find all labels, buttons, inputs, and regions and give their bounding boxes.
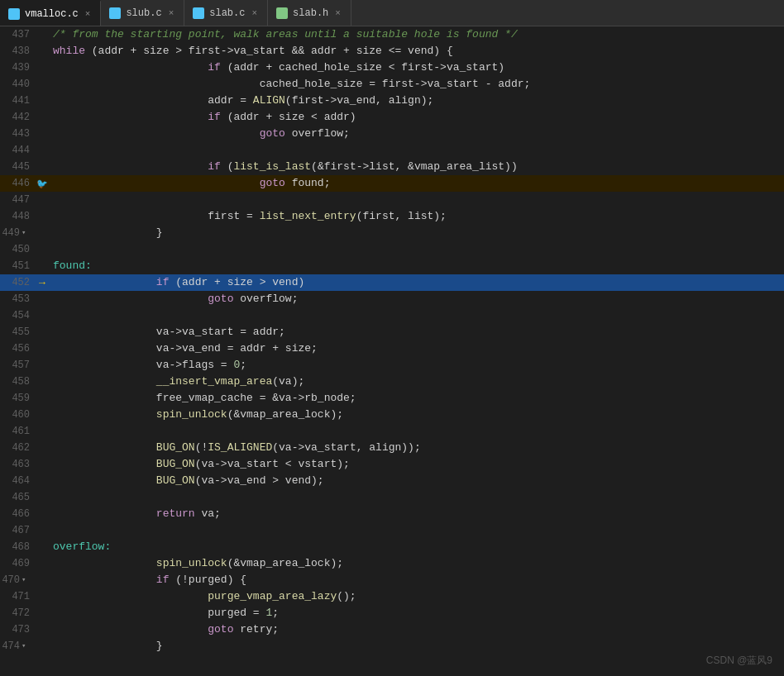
tab-icon-slabh (276, 7, 288, 19)
code-439: if (addr + cached_hole_size < first->va_… (50, 60, 784, 76)
marker-453 (35, 291, 50, 307)
tab-close-vmalloc[interactable]: × (84, 9, 93, 19)
marker-441 (35, 93, 50, 109)
line-number-446: 446 (0, 175, 35, 192)
marker-454 (35, 307, 50, 324)
line-462: 462 BUG_ON(!IS_ALIGNED(va->va_start, ali… (0, 440, 784, 456)
marker-442 (35, 109, 50, 126)
line-number-465: 465 (0, 489, 35, 506)
tab-icon-vmalloc (8, 8, 20, 20)
line-number-467: 467 (0, 522, 35, 539)
marker-447 (35, 192, 50, 208)
tab-slabh[interactable]: slab.h× (268, 0, 351, 26)
line-459: 459 free_vmap_cache = &va->rb_node; (0, 390, 784, 407)
tab-label-slub: slub.c (126, 7, 161, 19)
line-number-462: 462 (0, 440, 35, 456)
code-438: while (addr + size > first->va_start && … (50, 43, 784, 60)
marker-449 (35, 225, 50, 241)
line-number-474: 474▾ (0, 638, 35, 655)
line-470: 470▾ if (!purged) { (0, 572, 784, 588)
marker-474 (35, 638, 50, 655)
line-number-453: 453 (0, 291, 35, 307)
marker-469 (35, 555, 50, 572)
line-453: 453 goto overflow; (0, 291, 784, 307)
line-number-451: 451 (0, 258, 35, 274)
tab-label-slab: slab.c (209, 7, 245, 19)
line-472: 472 purged = 1; (0, 605, 784, 621)
fold-icon-449[interactable]: ▾ (22, 229, 30, 237)
tab-bar: vmalloc.c×slub.c×slab.c×slab.h× (0, 0, 784, 26)
line-number-454: 454 (0, 307, 35, 324)
line-445: 445 if (list_is_last(&first->list, &vmap… (0, 159, 784, 175)
code-473: goto retry; (50, 621, 784, 638)
tab-close-slabh[interactable]: × (333, 8, 342, 18)
line-number-444: 444 (0, 142, 35, 159)
code-474: } (50, 638, 784, 655)
tab-vmalloc[interactable]: vmalloc.c× (0, 0, 101, 26)
marker-439 (35, 60, 50, 76)
code-458: __insert_vmap_area(va); (50, 374, 784, 390)
line-464: 464 BUG_ON(va->va_end > vend); (0, 473, 784, 489)
marker-440 (35, 76, 50, 93)
marker-458 (35, 374, 50, 390)
line-471: 471 purge_vmap_area_lazy(); (0, 588, 784, 605)
line-454: 454 (0, 307, 784, 324)
line-449: 449▾ } (0, 225, 784, 241)
tab-slab[interactable]: slab.c× (184, 0, 268, 26)
code-469: spin_unlock(&vmap_area_lock); (50, 555, 784, 572)
code-468: overflow: (50, 539, 784, 555)
line-number-469: 469 (0, 555, 35, 572)
marker-473 (35, 621, 50, 638)
line-443: 443 goto overflow; (0, 126, 784, 142)
line-468: 468overflow: (0, 539, 784, 555)
tab-close-slab[interactable]: × (250, 8, 259, 18)
line-number-463: 463 (0, 456, 35, 473)
code-465 (50, 489, 784, 506)
marker-465 (35, 489, 50, 506)
editor: 437/* from the starting point, walk area… (0, 26, 784, 676)
fold-icon-470[interactable]: ▾ (22, 576, 30, 584)
code-471: purge_vmap_area_lazy(); (50, 588, 784, 605)
line-456: 456 va->va_end = addr + size; (0, 340, 784, 357)
line-474: 474▾ } (0, 638, 784, 655)
line-number-455: 455 (0, 324, 35, 340)
line-number-440: 440 (0, 76, 35, 93)
code-449: } (50, 225, 784, 241)
line-number-461: 461 (0, 423, 35, 440)
code-444 (50, 142, 784, 159)
marker-472 (35, 605, 50, 621)
code-450 (50, 241, 784, 258)
code-457: va->flags = 0; (50, 357, 784, 374)
line-number-472: 472 (0, 605, 35, 621)
watermark: CSDN @蓝风9 (706, 654, 772, 668)
arrow-marker-452: → (35, 274, 50, 291)
line-447: 447 (0, 192, 784, 208)
line-number-464: 464 (0, 473, 35, 489)
code-area[interactable]: 437/* from the starting point, walk area… (0, 26, 784, 676)
line-461: 461 (0, 423, 784, 440)
fold-icon-474[interactable]: ▾ (22, 642, 30, 650)
code-464: BUG_ON(va->va_end > vend); (50, 473, 784, 489)
line-463: 463 BUG_ON(va->va_start < vstart); (0, 456, 784, 473)
marker-444 (35, 142, 50, 159)
marker-464 (35, 473, 50, 489)
line-437: 437/* from the starting point, walk area… (0, 26, 784, 43)
marker-445 (35, 159, 50, 175)
marker-459 (35, 390, 50, 407)
marker-470 (35, 572, 50, 588)
line-number-460: 460 (0, 407, 35, 423)
tab-close-slub[interactable]: × (167, 8, 176, 18)
code-463: BUG_ON(va->va_start < vstart); (50, 456, 784, 473)
line-442: 442 if (addr + size < addr) (0, 109, 784, 126)
tab-label-vmalloc: vmalloc.c (25, 8, 79, 20)
bird-marker-446: 🐦 (35, 175, 50, 192)
tab-slub[interactable]: slub.c× (101, 0, 184, 26)
tab-icon-slab (193, 7, 204, 19)
line-448: 448 first = list_next_entry(first, list)… (0, 208, 784, 225)
line-458: 458 __insert_vmap_area(va); (0, 374, 784, 390)
marker-460 (35, 407, 50, 423)
code-440: cached_hole_size = first->va_start - add… (50, 76, 784, 93)
line-444: 444 (0, 142, 784, 159)
line-number-468: 468 (0, 539, 35, 555)
marker-437 (35, 26, 50, 43)
